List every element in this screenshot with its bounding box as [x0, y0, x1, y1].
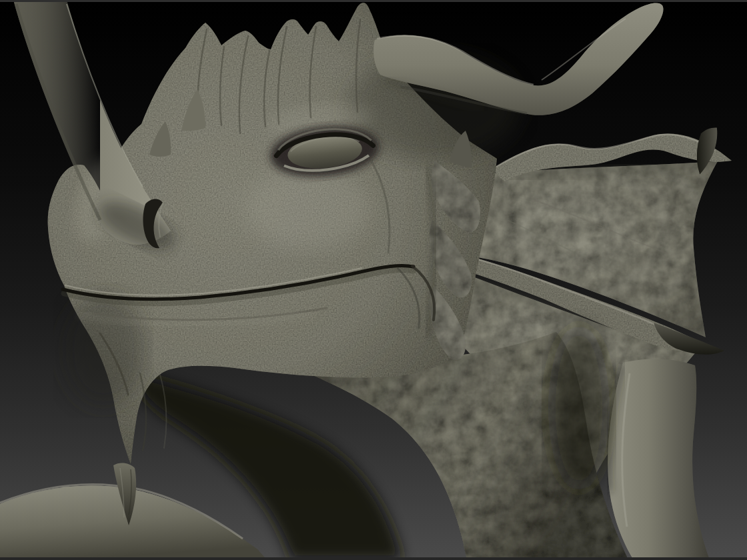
canvas-frame-bottom	[0, 557, 747, 560]
canvas-frame-top	[0, 0, 747, 2]
sculpt-viewport[interactable]	[0, 0, 747, 560]
cheek-highlight	[245, 167, 371, 249]
viewport-render	[0, 0, 747, 560]
neck-frill-shadow	[548, 325, 610, 491]
chin-shading	[62, 293, 145, 407]
